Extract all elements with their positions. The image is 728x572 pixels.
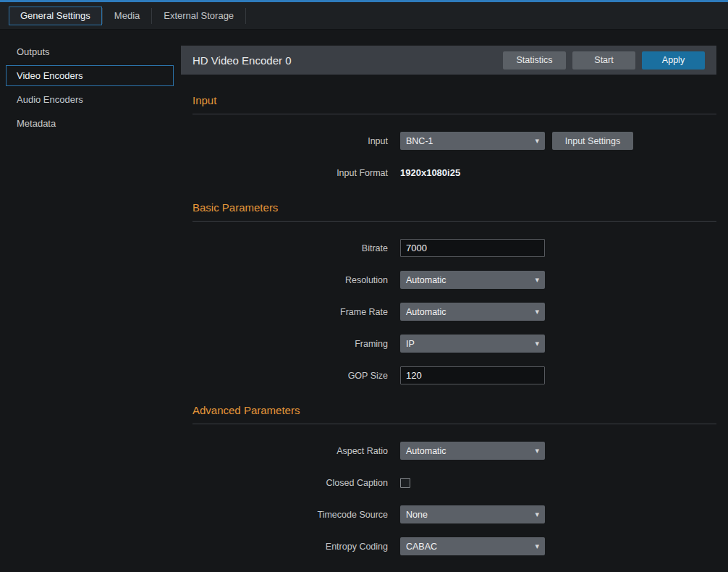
sidebar: Outputs Video Encoders Audio Encoders Me… <box>0 30 181 571</box>
chevron-down-icon: ▾ <box>535 275 539 285</box>
tab-label: Media <box>114 10 140 21</box>
section-title-advanced-parameters: Advanced Parameters <box>192 404 716 424</box>
input-select-value: BNC-1 <box>406 136 433 146</box>
bitrate-label: Bitrate <box>192 243 388 253</box>
encoder-header-bar: HD Video Encoder 0 Statistics Start Appl… <box>181 46 716 75</box>
bitrate-row: Bitrate <box>192 239 716 257</box>
resolution-select-value: Automatic <box>406 275 446 285</box>
timecode-source-row: Timecode Source None ▾ <box>192 505 716 523</box>
frame-rate-label: Frame Rate <box>192 307 388 317</box>
input-settings-button[interactable]: Input Settings <box>552 132 633 150</box>
tab-label: External Storage <box>164 10 234 21</box>
tab-label: General Settings <box>20 10 90 21</box>
section-title-basic-parameters: Basic Parameters <box>192 201 716 222</box>
frame-rate-select-value: Automatic <box>406 307 446 317</box>
input-format-row: Input Format 1920x1080i25 <box>192 164 716 182</box>
input-format-label: Input Format <box>192 168 388 178</box>
frame-rate-row: Frame Rate Automatic ▾ <box>192 303 716 321</box>
gop-size-input[interactable] <box>400 366 545 384</box>
closed-caption-label: Closed Caption <box>192 478 388 488</box>
resolution-label: Resolution <box>192 275 388 285</box>
apply-button[interactable]: Apply <box>642 51 705 70</box>
resolution-row: Resolution Automatic ▾ <box>192 271 716 289</box>
tab-media[interactable]: Media <box>103 7 151 25</box>
page: General Settings Media External Storage … <box>0 0 728 572</box>
entropy-coding-select-value: CABAC <box>406 542 437 552</box>
chevron-down-icon: ▾ <box>535 339 539 348</box>
sidebar-item-video-encoders[interactable]: Video Encoders <box>6 65 174 86</box>
start-button[interactable]: Start <box>572 51 635 70</box>
chevron-down-icon: ▾ <box>535 510 539 519</box>
bitrate-input[interactable] <box>400 239 545 257</box>
statistics-button[interactable]: Statistics <box>503 51 566 70</box>
advanced-parameters-section: Advanced Parameters Aspect Ratio Automat… <box>192 404 716 555</box>
chevron-down-icon: ▾ <box>535 446 539 455</box>
entropy-coding-row: Entropy Coding CABAC ▾ <box>192 537 716 555</box>
input-label: Input <box>192 136 388 146</box>
closed-caption-checkbox[interactable] <box>400 478 410 488</box>
gop-size-row: GOP Size <box>192 366 716 384</box>
resolution-select[interactable]: Automatic ▾ <box>400 271 545 289</box>
chevron-down-icon: ▾ <box>535 136 539 146</box>
sidebar-item-label: Video Encoders <box>17 70 83 81</box>
timecode-source-select[interactable]: None ▾ <box>400 505 545 523</box>
sidebar-item-label: Outputs <box>17 46 50 57</box>
sidebar-item-audio-encoders[interactable]: Audio Encoders <box>6 89 174 110</box>
input-row: Input BNC-1 ▾ Input Settings <box>192 132 716 150</box>
sidebar-item-metadata[interactable]: Metadata <box>6 113 174 134</box>
input-select[interactable]: BNC-1 ▾ <box>400 132 545 150</box>
framing-select-value: IP <box>406 339 415 349</box>
top-tab-bar: General Settings Media External Storage <box>0 2 728 30</box>
aspect-ratio-select[interactable]: Automatic ▾ <box>400 442 545 460</box>
tab-general-settings[interactable]: General Settings <box>9 7 102 25</box>
sidebar-item-label: Metadata <box>17 118 56 129</box>
timecode-source-select-value: None <box>406 510 428 520</box>
tab-external-storage[interactable]: External Storage <box>152 7 245 25</box>
chevron-down-icon: ▾ <box>535 307 539 316</box>
gop-size-label: GOP Size <box>192 371 388 381</box>
section-title-input: Input <box>192 94 716 114</box>
entropy-coding-label: Entropy Coding <box>192 542 388 552</box>
header-buttons: Statistics Start Apply <box>503 51 705 70</box>
aspect-ratio-select-value: Automatic <box>406 446 446 456</box>
framing-label: Framing <box>192 339 388 349</box>
sidebar-item-outputs[interactable]: Outputs <box>6 41 174 62</box>
tab-divider <box>245 8 246 24</box>
frame-rate-select[interactable]: Automatic ▾ <box>400 303 545 321</box>
sidebar-item-label: Audio Encoders <box>17 94 83 105</box>
framing-row: Framing IP ▾ <box>192 335 716 353</box>
timecode-source-label: Timecode Source <box>192 510 388 520</box>
encoder-title: HD Video Encoder 0 <box>192 54 291 67</box>
basic-parameters-section: Basic Parameters Bitrate Resolution Auto… <box>192 201 716 384</box>
entropy-coding-select[interactable]: CABAC ▾ <box>400 537 545 555</box>
chevron-down-icon: ▾ <box>535 542 539 551</box>
main-panel: HD Video Encoder 0 Statistics Start Appl… <box>181 30 728 571</box>
closed-caption-row: Closed Caption <box>192 474 716 492</box>
aspect-ratio-label: Aspect Ratio <box>192 446 388 456</box>
framing-select[interactable]: IP ▾ <box>400 335 545 353</box>
aspect-ratio-row: Aspect Ratio Automatic ▾ <box>192 442 716 460</box>
content-area: Outputs Video Encoders Audio Encoders Me… <box>0 30 728 571</box>
input-format-value: 1920x1080i25 <box>400 167 460 178</box>
input-section: Input Input BNC-1 ▾ Input Settings Input… <box>192 94 716 182</box>
